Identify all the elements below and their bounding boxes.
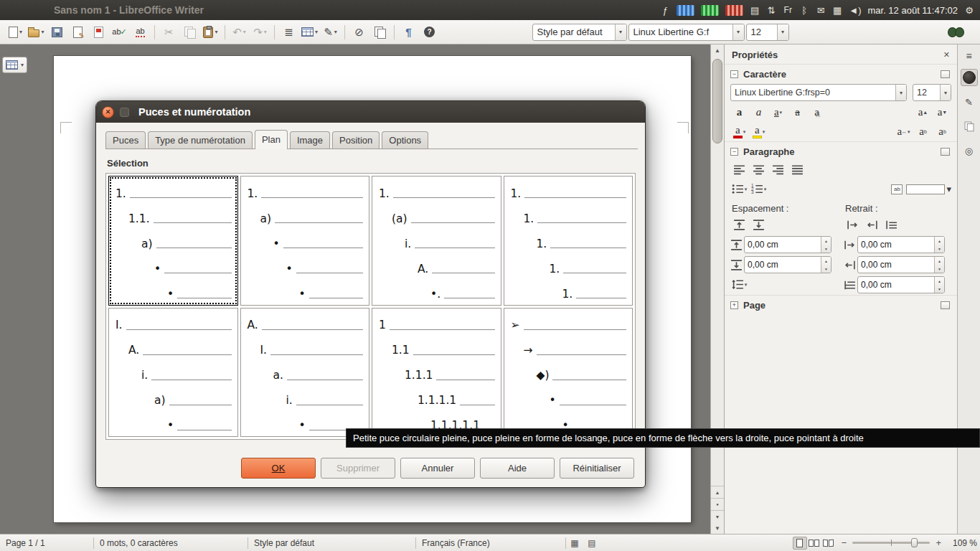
clone-formatting-button[interactable] xyxy=(370,23,390,42)
indicator-icon[interactable]: ƒ xyxy=(660,5,670,16)
volume-icon[interactable]: ◄) xyxy=(849,5,861,16)
onscreen-keyboard-icon[interactable]: ▦ xyxy=(832,5,842,16)
outline-preset-6[interactable]: A.I.a.i.• xyxy=(240,308,370,438)
find-replace-button[interactable] xyxy=(946,23,966,42)
first-line-indent-field[interactable]: 0,00 cm▲▼ xyxy=(857,276,945,293)
paragraph-background-color-well[interactable] xyxy=(906,184,945,194)
spacing-below-field[interactable]: 0,00 cm▲▼ xyxy=(744,256,831,273)
section-page-header[interactable]: + Page xyxy=(725,295,957,314)
dropdown-icon[interactable]: ▾ xyxy=(895,85,906,100)
indent-after-field[interactable]: 0,00 cm▲▼ xyxy=(857,256,945,273)
deck-styles-icon[interactable]: ✎ xyxy=(961,93,978,110)
font-name-combo[interactable]: Linux Libertine G:f▾ xyxy=(628,24,745,41)
subscript-button[interactable]: ab xyxy=(933,123,951,140)
increase-font-size-button[interactable]: a▲ xyxy=(914,104,932,121)
fields-button[interactable]: ≣ xyxy=(279,23,298,42)
zoom-out-icon[interactable]: − xyxy=(842,537,847,548)
network-graph-icon[interactable] xyxy=(725,5,743,16)
collapse-icon[interactable]: − xyxy=(730,70,738,78)
zoom-slider[interactable] xyxy=(852,542,930,544)
dialog-tab-image[interactable]: Image xyxy=(290,131,330,149)
spinner-buttons[interactable]: ▲▼ xyxy=(821,257,831,273)
character-spacing-button[interactable]: a↔▾ xyxy=(895,123,913,140)
vertical-scrollbar[interactable]: ▲ ▲ ● ▼ ▼ xyxy=(710,44,724,534)
decrease-spacing-button[interactable] xyxy=(750,217,768,233)
book-view-button[interactable] xyxy=(821,537,836,550)
spinner-buttons[interactable]: ▲▼ xyxy=(934,277,944,293)
save-button[interactable] xyxy=(47,23,67,42)
language-indicator[interactable]: Français (France) xyxy=(416,538,565,548)
scrollbar-thumb[interactable] xyxy=(712,59,722,143)
track-changes-button[interactable]: ⊘ xyxy=(349,23,369,42)
line-spacing-button[interactable]: ▾ xyxy=(730,276,748,293)
next-page-button[interactable]: ▼ xyxy=(711,510,724,522)
network-arrows-icon[interactable]: ⇅ xyxy=(766,5,776,16)
scroll-down-icon[interactable]: ▼ xyxy=(711,522,724,534)
font-size-combo[interactable]: 12▾ xyxy=(746,24,789,41)
dropdown-icon[interactable]: ▾ xyxy=(764,187,767,192)
sidebar-menu-icon[interactable]: ≡ xyxy=(966,50,971,62)
outline-preset-5[interactable]: I.A.i.a)• xyxy=(108,308,238,438)
indent-before-field[interactable]: 0,00 cm▲▼ xyxy=(857,236,945,253)
superscript-button[interactable]: ab xyxy=(914,123,932,140)
dropdown-icon[interactable]: ▾ xyxy=(940,85,951,100)
bullet-list-button[interactable]: ▾ xyxy=(730,181,748,197)
dialog-tab-plan[interactable]: Plan xyxy=(255,130,288,149)
section-character-header[interactable]: − Caractère xyxy=(725,64,957,83)
deck-properties-icon[interactable] xyxy=(961,69,978,86)
dropdown-icon[interactable]: ▾ xyxy=(743,129,746,135)
export-pdf-button[interactable] xyxy=(89,23,108,42)
zoom-slider-thumb[interactable] xyxy=(911,538,918,547)
align-right-button[interactable] xyxy=(769,161,787,178)
previous-page-button[interactable]: ▲ xyxy=(711,486,724,498)
scrollbar-track[interactable] xyxy=(711,56,724,486)
new-document-button[interactable]: ▾ xyxy=(6,23,25,42)
font-color-button[interactable]: a▾ xyxy=(730,123,748,140)
window-menu-icon[interactable] xyxy=(120,108,129,117)
shadow-button[interactable]: a xyxy=(808,104,826,121)
dialog-tab-position[interactable]: Position xyxy=(332,131,380,149)
outline-preset-4[interactable]: 1.1.1.1.1. xyxy=(504,176,633,306)
mail-icon[interactable]: ✉ xyxy=(816,5,826,16)
bluetooth-icon[interactable]: ᛒ xyxy=(799,5,809,16)
dropdown-icon[interactable]: ▾ xyxy=(946,184,951,194)
annuler-button[interactable]: Annuler xyxy=(400,458,475,479)
numbered-list-button[interactable]: 123▾ xyxy=(750,181,768,197)
navigate-by-button[interactable]: ● xyxy=(711,498,724,510)
dropdown-icon[interactable]: ▾ xyxy=(780,110,783,116)
autospellcheck-button[interactable]: ab xyxy=(131,23,150,42)
increase-spacing-button[interactable] xyxy=(730,217,748,233)
outline-preset-3[interactable]: 1.(a)i.A.•. xyxy=(372,176,501,306)
open-button[interactable]: ▾ xyxy=(27,23,46,42)
align-justify-button[interactable] xyxy=(788,161,806,178)
italic-button[interactable]: a xyxy=(750,104,768,121)
page-style-indicator[interactable]: Style par défaut xyxy=(248,538,415,548)
keyboard-layout-indicator[interactable]: Fr xyxy=(783,5,793,15)
sidebar-close-icon[interactable]: ✕ xyxy=(943,50,950,60)
cpu-graph-icon[interactable] xyxy=(677,5,694,16)
outline-preset-7[interactable]: 11.11.1.11.1.1.11.1.1.1.1 xyxy=(372,308,501,438)
dropdown-icon[interactable]: ▾ xyxy=(732,24,744,40)
table-toolbar-button[interactable]: ▾ xyxy=(2,57,27,73)
dropdown-icon[interactable]: ▾ xyxy=(745,282,748,288)
edit-file-button[interactable]: ✎ xyxy=(68,23,88,42)
dropdown-icon[interactable]: ▾ xyxy=(745,187,748,192)
aide-button[interactable]: Aide xyxy=(480,458,555,479)
deck-navigator-icon[interactable]: ◎ xyxy=(961,142,978,159)
word-count[interactable]: 0 mots, 0 caractères xyxy=(94,538,248,548)
dropdown-icon[interactable]: ▾ xyxy=(763,129,765,135)
decrease-indent-button[interactable] xyxy=(863,217,881,233)
spacing-above-field[interactable]: 0,00 cm▲▼ xyxy=(744,236,831,253)
keyboard-grid-icon[interactable]: ▤ xyxy=(750,5,760,16)
dropdown-icon[interactable]: ▾ xyxy=(615,24,626,40)
selection-mode-icon[interactable]: ▤ xyxy=(583,538,600,548)
spelling-button[interactable]: ab✓ xyxy=(110,23,129,42)
spinner-buttons[interactable]: ▲▼ xyxy=(934,237,944,253)
dropdown-icon[interactable]: ▾ xyxy=(777,24,788,40)
section-paragraph-header[interactable]: − Paragraphe xyxy=(725,141,957,160)
help-button[interactable]: ? xyxy=(420,23,439,42)
paste-button[interactable]: ▾ xyxy=(201,23,220,42)
insert-mode-icon[interactable]: ▦ xyxy=(566,538,583,548)
hanging-indent-button[interactable] xyxy=(882,217,900,233)
spinner-buttons[interactable]: ▲▼ xyxy=(821,237,831,253)
